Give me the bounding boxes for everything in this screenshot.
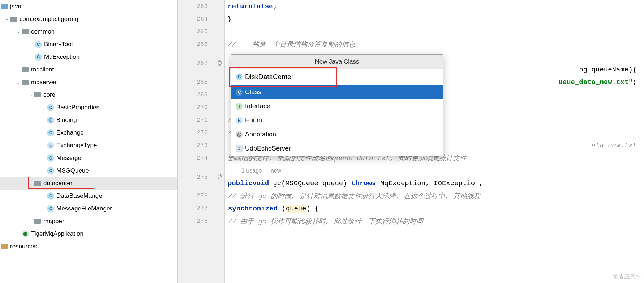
tree-item-mqserver[interactable]: ⌄ mqserver — [0, 76, 177, 88]
chevron-down-icon[interactable]: ⌄ — [15, 29, 22, 34]
watermark: 藿香正气水 — [613, 273, 642, 280]
line-number: 276 — [178, 190, 224, 202]
tree-label: resources — [10, 243, 37, 250]
tree-item-resources[interactable]: resources — [0, 240, 177, 253]
code-line[interactable]: synchronized (queue) { — [225, 202, 644, 215]
tree-label: mqclient — [31, 66, 54, 73]
new-hint[interactable]: new * — [271, 167, 285, 174]
tree-label: common — [31, 28, 55, 35]
popup-option-class[interactable]: C Class — [231, 85, 443, 99]
tree-item-exchangetype[interactable]: E ExchangeType — [0, 139, 177, 152]
code-line[interactable]: // 构造一个目录结构放置复制的信息 — [225, 38, 644, 51]
package-icon — [22, 66, 29, 73]
tree-item-mapper[interactable]: › mapper — [0, 215, 177, 227]
usage-hint[interactable]: 1 usage — [241, 167, 262, 174]
package-icon — [34, 92, 41, 98]
editor-gutter[interactable]: 263 264 265 266 267@ 268 269 270 271 272… — [178, 0, 225, 283]
line-number: 272 — [178, 126, 224, 139]
tree-item-mqexception[interactable]: C MqException — [0, 51, 177, 63]
tree-label: MSGQueue — [56, 167, 89, 174]
folder-icon — [1, 3, 8, 10]
tree-item-mqclient[interactable]: mqclient — [0, 63, 177, 76]
tree-item-common[interactable]: ⌄ common — [0, 25, 177, 38]
svg-rect-8 — [34, 219, 41, 224]
file-template-icon: J — [236, 145, 243, 152]
tree-item-messagefilemanger[interactable]: C MessageFileManger — [0, 202, 177, 215]
popup-option-interface[interactable]: I Interface — [231, 99, 443, 113]
svg-rect-1 — [1, 4, 4, 5]
highlight-box — [28, 177, 94, 189]
tree-item-basicproperties[interactable]: C BasicProperties — [0, 101, 177, 114]
popup-option-label: Interface — [245, 103, 270, 110]
tree-item-java[interactable]: java — [0, 0, 177, 13]
popup-option-label: Enum — [245, 117, 262, 124]
tree-item-tigermqapplication[interactable]: ⬢ TigerMqApplication — [0, 227, 177, 240]
line-number: 265 — [178, 25, 224, 38]
tree-item-binarytool[interactable]: C BinaryTool — [0, 38, 177, 51]
class-icon: C — [236, 89, 243, 96]
package-icon — [22, 79, 29, 86]
tree-item-databasemanger[interactable]: C DataBaseManger — [0, 190, 177, 202]
code-line[interactable] — [225, 25, 644, 38]
code-line[interactable]: // 由于 gc 操作可能比较耗时, 此处统计一下执行消耗的时间 — [225, 215, 644, 227]
svg-rect-3 — [22, 29, 29, 34]
tree-label: com.example.tigermq — [20, 16, 78, 23]
svg-rect-9 — [1, 244, 8, 249]
popup-option-annotation[interactable]: @ Annotation — [231, 127, 443, 142]
line-number: 275@ — [178, 164, 224, 190]
line-number: 270 — [178, 101, 224, 114]
override-icon[interactable]: @ — [218, 60, 222, 67]
tree-label: BasicProperties — [56, 104, 99, 111]
tree-label: MqException — [44, 53, 80, 61]
code-line[interactable]: // 进行 gc 的时候, 是针对消息数据文件进行大洗牌. 在这个过程中, 其他… — [225, 190, 644, 202]
class-icon: C — [35, 41, 42, 48]
tree-label: BinaryTool — [44, 41, 73, 48]
package-icon — [10, 16, 17, 22]
tree-label: Message — [56, 154, 81, 162]
chevron-down-icon[interactable]: ⌄ — [15, 80, 22, 85]
line-number: 269 — [178, 88, 224, 101]
enum-icon: E — [47, 142, 54, 149]
override-icon[interactable]: @ — [218, 173, 222, 180]
tree-item-message[interactable]: C Message — [0, 152, 177, 164]
svg-rect-4 — [22, 67, 29, 72]
package-icon — [22, 29, 29, 35]
line-number: 271 — [178, 114, 224, 126]
tree-item-exchange[interactable]: C Exchange — [0, 126, 177, 139]
tree-label: mapper — [43, 218, 64, 225]
popup-option-template[interactable]: J UdpEchoServer — [231, 142, 443, 156]
popup-option-enum[interactable]: E Enum — [231, 113, 443, 127]
class-icon: C — [47, 104, 54, 111]
line-number: 264 — [178, 13, 224, 25]
annotation-icon: @ — [236, 131, 243, 138]
svg-rect-2 — [10, 17, 17, 22]
line-number: 278 — [178, 215, 224, 227]
chevron-down-icon[interactable]: ⌄ — [4, 17, 10, 22]
tree-label: MessageFileManger — [56, 205, 112, 212]
chevron-right-icon[interactable]: › — [27, 219, 34, 224]
tree-item-binding[interactable]: C Binding — [0, 114, 177, 126]
tree-label: TigerMqApplication — [31, 230, 83, 238]
line-number: 263 — [178, 0, 224, 13]
line-number: 274 — [178, 152, 224, 164]
code-line[interactable]: } — [225, 13, 644, 25]
chevron-down-icon[interactable]: ⌄ — [27, 92, 34, 97]
project-tree[interactable]: java ⌄ com.example.tigermq ⌄ common C Bi… — [0, 0, 178, 283]
tree-item-core[interactable]: ⌄ core — [0, 88, 177, 101]
svg-rect-5 — [22, 80, 29, 85]
enum-icon: E — [236, 117, 243, 124]
class-icon: C — [47, 192, 54, 200]
tree-item-msgqueue[interactable]: C MSGQueue — [0, 164, 177, 177]
popup-option-label: Annotation — [245, 131, 276, 138]
code-line[interactable]: return false; — [225, 0, 644, 13]
popup-option-label: Class — [245, 88, 261, 96]
interface-icon: I — [236, 103, 243, 110]
package-icon — [34, 218, 41, 225]
class-icon: C — [47, 167, 54, 174]
spring-boot-icon: ⬢ — [22, 230, 29, 238]
code-line[interactable]: 1 usagenew * public void gc(MSGQueue que… — [225, 164, 644, 190]
popup-type-list: C Class I Interface E Enum @ Annotation … — [231, 85, 443, 156]
tree-label: DataBaseManger — [56, 192, 104, 200]
tree-item-pkg-root[interactable]: ⌄ com.example.tigermq — [0, 13, 177, 25]
class-icon: C — [35, 53, 42, 61]
